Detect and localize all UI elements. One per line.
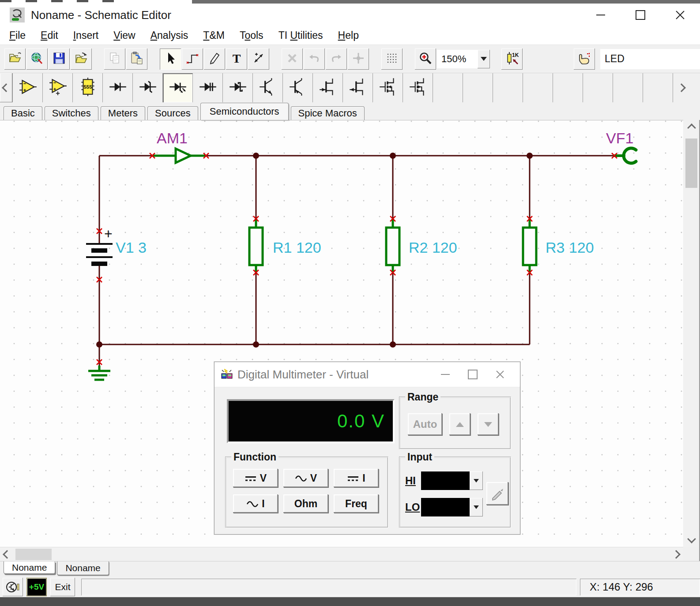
input-lo-arrow-button[interactable]: [470, 498, 483, 516]
range-down-button[interactable]: [478, 413, 499, 435]
tab-semiconductors[interactable]: Semiconductors: [200, 103, 289, 120]
palette-pnp-transistor-button[interactable]: [283, 73, 313, 102]
open-from-web-button[interactable]: [26, 49, 48, 70]
vertical-scrollbar[interactable]: [684, 120, 699, 547]
battery-label[interactable]: V1 3: [116, 239, 147, 256]
zoom-level-combobox[interactable]: 150%: [437, 50, 490, 68]
pmos-icon: [408, 77, 428, 99]
palette-diode-button[interactable]: [103, 73, 133, 102]
input-hi-combobox[interactable]: [421, 471, 483, 490]
voltage-pin-label[interactable]: VF1: [606, 130, 633, 146]
palette-varactor-diode-button[interactable]: [193, 73, 223, 102]
palette-opamp-power-button[interactable]: [43, 73, 73, 102]
doc-tab-noname-1[interactable]: Noname: [4, 561, 55, 574]
probe-button[interactable]: [486, 482, 508, 505]
dimension-icon: [252, 51, 266, 67]
copy-button[interactable]: [104, 49, 125, 70]
tab-switches[interactable]: Switches: [45, 106, 98, 120]
menu-edit[interactable]: Edit: [33, 30, 66, 41]
zoom-button[interactable]: [415, 49, 436, 70]
maximize-button[interactable]: [621, 4, 660, 26]
tab-sources[interactable]: Sources: [147, 106, 198, 120]
menu-t-m[interactable]: T&M: [196, 30, 232, 41]
horizontal-scrollbar[interactable]: [0, 547, 683, 561]
component-search-combobox[interactable]: LED: [600, 49, 700, 69]
schematic-editor-window: Noname - Schematic Editor FileEditInsert…: [0, 0, 700, 606]
palette-pjfet-button[interactable]: [343, 73, 373, 102]
dmm-close-button[interactable]: [486, 366, 514, 383]
palette-scroll-right-button[interactable]: [676, 73, 687, 102]
menu-insert[interactable]: Insert: [66, 30, 106, 41]
menu-analysis[interactable]: Analysis: [143, 30, 196, 41]
tab-spice-macros[interactable]: Spice Macros: [291, 106, 365, 120]
digital-multimeter-dialog[interactable]: Digital Multimeter - Virtual 0.0 V Range…: [214, 362, 520, 535]
function-dc-i-button[interactable]: I: [334, 469, 379, 487]
save-button[interactable]: [49, 49, 70, 70]
component-value-button[interactable]: 1K: [501, 49, 523, 70]
palette-pmos-button[interactable]: [403, 73, 433, 102]
palette-opamp-button[interactable]: [12, 73, 43, 102]
app-icon: [10, 7, 25, 22]
ammeter-label[interactable]: AM1: [157, 130, 188, 146]
palette-nmos-button[interactable]: [373, 73, 403, 102]
function-ac-i-button[interactable]: I: [233, 494, 278, 513]
wire-button[interactable]: [182, 49, 203, 70]
palette-led-button[interactable]: [163, 73, 193, 102]
tab-basic[interactable]: Basic: [4, 106, 42, 120]
scroll-right-button[interactable]: [669, 547, 683, 561]
dmm-minimize-button[interactable]: [432, 366, 459, 383]
resistor-3-label[interactable]: R3 120: [546, 239, 594, 256]
function-ac-v-button[interactable]: V: [283, 469, 328, 487]
interactive-mode-button[interactable]: [574, 49, 595, 70]
range-auto-button[interactable]: Auto: [408, 413, 442, 435]
palette-scroll-left-button[interactable]: [0, 73, 12, 102]
scroll-left-button[interactable]: [0, 547, 14, 561]
vertical-scroll-thumb[interactable]: [685, 138, 697, 188]
close-button[interactable]: [660, 4, 700, 26]
tab-meters[interactable]: Meters: [101, 106, 145, 120]
menu-tools[interactable]: Tools: [232, 30, 271, 41]
battery-symbol[interactable]: [86, 244, 113, 264]
window-bottom-edge: [0, 597, 700, 606]
paste-button[interactable]: [126, 49, 147, 70]
palette-timer-555-button[interactable]: 555: [73, 73, 103, 102]
resistor-1-label[interactable]: R1 120: [273, 239, 321, 256]
function-ohm-button[interactable]: Ohm: [283, 494, 328, 513]
tm-mode-button[interactable]: [3, 578, 23, 596]
scroll-down-button[interactable]: [684, 531, 699, 547]
function-dc-v-button[interactable]: V: [233, 469, 278, 487]
dmm-maximize-button[interactable]: [459, 366, 486, 383]
range-up-button[interactable]: [449, 413, 470, 435]
dmm-title-bar[interactable]: Digital Multimeter - Virtual: [215, 362, 520, 387]
function-freq-button[interactable]: Freq: [334, 494, 379, 513]
dimension-button[interactable]: [248, 49, 269, 70]
palette-njfet-button[interactable]: [313, 73, 343, 102]
open-button[interactable]: [4, 49, 26, 70]
dmm-lcd-display: 0.0 V: [227, 399, 395, 443]
horizontal-scroll-thumb[interactable]: [15, 549, 52, 560]
menu-view[interactable]: View: [106, 30, 143, 41]
grid-toggle-button[interactable]: [381, 49, 403, 70]
minimize-button[interactable]: [581, 4, 621, 26]
palette-schottky-diode-button[interactable]: [223, 73, 253, 102]
text-button[interactable]: T: [226, 49, 247, 70]
resistor-2-label[interactable]: R2 120: [409, 239, 457, 256]
exit-button[interactable]: Exit: [50, 578, 75, 596]
zoom-combo-arrow-button[interactable]: [478, 50, 490, 68]
scroll-up-button[interactable]: [684, 120, 699, 136]
menu-help[interactable]: Help: [331, 30, 366, 41]
doc-tab-noname-2[interactable]: Noname: [57, 561, 109, 575]
voltage-pin-symbol[interactable]: [614, 148, 636, 163]
ground-symbol[interactable]: [88, 366, 110, 380]
palette-npn-transistor-button[interactable]: [253, 73, 283, 102]
input-lo-combobox[interactable]: [421, 498, 483, 516]
menu-file[interactable]: File: [2, 30, 33, 41]
plus5v-button[interactable]: +5V: [26, 578, 47, 596]
select-button[interactable]: [160, 49, 181, 70]
menu-ti-utilities[interactable]: TI Utilities: [271, 30, 331, 41]
palette-zener-diode-button[interactable]: [133, 73, 163, 102]
import-file-button[interactable]: [71, 49, 92, 70]
ammeter-symbol[interactable]: [152, 149, 206, 163]
input-hi-arrow-button[interactable]: [470, 471, 483, 490]
pencil-button[interactable]: [204, 49, 225, 70]
